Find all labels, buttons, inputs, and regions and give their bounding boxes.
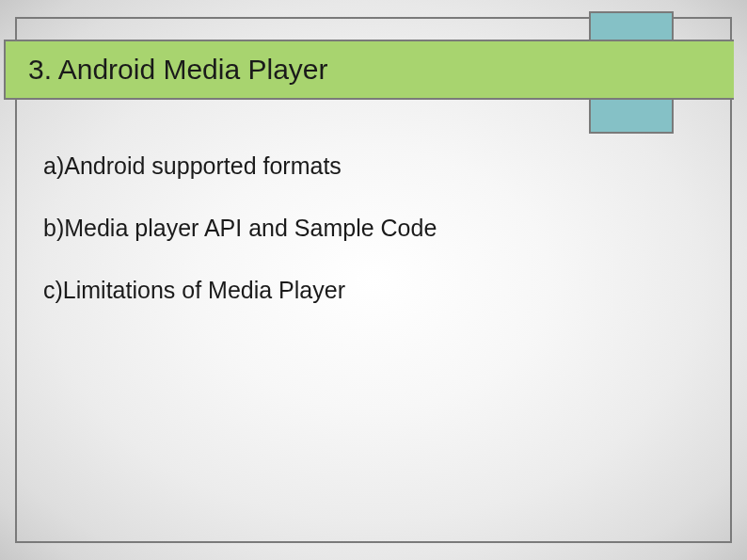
title-bar: 3. Android Media Player — [4, 40, 734, 100]
bullet-a: a)Android supported formats — [43, 151, 704, 183]
slide-title: 3. Android Media Player — [28, 54, 328, 86]
slide-frame: 3. Android Media Player a)Android suppor… — [15, 17, 732, 543]
slide-content: a)Android supported formats b)Media play… — [43, 151, 704, 336]
bullet-c: c)Limitations of Media Player — [43, 275, 704, 307]
bullet-b: b)Media player API and Sample Code — [43, 213, 704, 245]
slide: 3. Android Media Player a)Android suppor… — [0, 0, 747, 560]
